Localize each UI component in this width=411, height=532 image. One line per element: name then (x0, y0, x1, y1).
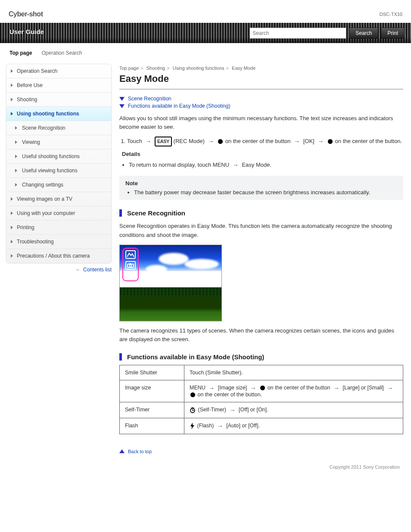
tab-operation-search[interactable]: Operation Search (41, 50, 82, 59)
step-text: [OK] (303, 138, 314, 144)
sidebar-item-scene-recognition[interactable]: Scene Recognition (6, 121, 111, 135)
svg-point-1 (130, 264, 132, 267)
sidebar: Operation Search Before Use Shooting Usi… (6, 64, 112, 263)
sidebar-item-viewing-tv[interactable]: Viewing images on a TV (6, 192, 111, 206)
sidebar-item-using-computer[interactable]: Using with your computer (6, 206, 111, 220)
table-row: Smile Shutter Touch (Smile Shutter). (120, 365, 403, 380)
contents-list-link[interactable]: → Contents list (0, 263, 119, 274)
self-timer-icon (190, 407, 196, 413)
txt: [Off] or [On]. (239, 407, 268, 413)
center-button-icon (328, 139, 333, 144)
anchor-label: Scene Recognition (128, 96, 171, 102)
flash-icon (190, 423, 195, 429)
txt: (Flash) (197, 423, 214, 429)
txt: [Large] or [Small] (343, 385, 384, 391)
details-heading: Details (122, 151, 403, 157)
arrow-right-icon: → (145, 137, 151, 146)
func-desc: (Flash) → [Auto] or [Off]. (184, 418, 403, 434)
sidebar-item-troubleshooting[interactable]: Troubleshooting (6, 234, 111, 249)
note-text: The battery power may decrease faster be… (134, 189, 397, 196)
arrow-right-icon: → (229, 407, 235, 414)
back-to-top-link[interactable]: Back to top (119, 449, 403, 454)
txt: MENU (190, 385, 206, 391)
breadcrumb: Top page> Shooting> Using shooting funct… (119, 65, 403, 71)
camera-icon (125, 261, 136, 270)
step-text: Touch (127, 138, 142, 144)
arrow-right-icon: → (318, 137, 324, 146)
section-functions-available: Functions available in Easy Mode (Shooti… (119, 353, 403, 361)
note-box: Note The battery power may decrease fast… (119, 176, 403, 200)
func-desc: (Self-Timer) → [Off] or [On]. (184, 402, 403, 418)
anchor-functions-available[interactable]: Functions available in Easy Mode (Shooti… (119, 103, 403, 109)
detail-text: Easy Mode. (242, 162, 271, 168)
back-to-top-label: Back to top (128, 449, 152, 454)
sidebar-item-printing[interactable]: Printing (6, 220, 111, 234)
sr-paragraph-2: The camera recognizes 11 types of scenes… (119, 327, 403, 344)
sidebar-item-operation-search[interactable]: Operation Search (6, 64, 111, 78)
txt: (Self-Timer) (198, 407, 226, 413)
txt: [Image size] (218, 385, 247, 391)
arrow-right-icon: → (387, 385, 393, 392)
arrow-right-icon: → (209, 385, 215, 392)
tab-top-page[interactable]: Top page (9, 50, 32, 59)
tripod-icon: ⅄ (128, 272, 133, 279)
arrow-right-icon: → (333, 385, 339, 392)
tab-bar: Top page Operation Search (0, 43, 411, 59)
arrow-right-icon: → (233, 161, 239, 170)
detail-text: To return to normal display, touch MENU (129, 162, 229, 168)
main-content: Top page> Shooting> Using shooting funct… (119, 59, 411, 487)
table-row: Image size MENU → [Image size] → on the … (120, 380, 403, 402)
header-strip: User Guide Search Print (0, 23, 411, 43)
sidebar-item-precautions[interactable]: Precautions / About this camera (6, 249, 111, 263)
step-text: on the center of the button. (335, 138, 402, 144)
guide-label: User Guide (9, 28, 44, 35)
func-desc: Touch (Smile Shutter). (184, 365, 403, 380)
arrow-right-icon: → (294, 137, 300, 146)
svg-marker-4 (190, 423, 194, 429)
section-scene-recognition: Scene Recognition (119, 209, 403, 217)
func-name: Self-Timer (120, 402, 184, 418)
contents-list-label: Contents list (83, 267, 112, 273)
search-input[interactable] (249, 28, 346, 39)
sidebar-item-useful-viewing[interactable]: Useful viewing functions (6, 163, 111, 177)
center-button-icon (260, 386, 265, 390)
crumb-top[interactable]: Top page (119, 65, 139, 71)
icon-overlay-panel: ⅄ (122, 248, 139, 281)
crumb-shooting[interactable]: Shooting (146, 65, 165, 71)
triangle-up-icon (119, 449, 125, 453)
search-button[interactable]: Search (349, 28, 378, 39)
model-label: DSC-TX10 (380, 12, 402, 17)
arrow-right-icon: → (250, 385, 256, 392)
sidebar-item-using-shooting-functions[interactable]: Using shooting functions (6, 106, 111, 121)
easy-mode-icon: EASY (155, 137, 172, 146)
page-title: Easy Mode (119, 73, 403, 84)
sidebar-item-before-use[interactable]: Before Use (6, 78, 111, 92)
anchor-scene-recognition[interactable]: Scene Recognition (119, 96, 403, 102)
sr-paragraph-1: Scene Recognition operates in Easy Mode.… (119, 222, 403, 239)
intro-text: Allows you to shoot still images using t… (119, 114, 403, 131)
step-text: on the center of the button (225, 138, 291, 144)
landscape-icon (125, 250, 136, 259)
crumb-current: Easy Mode (232, 65, 255, 71)
print-button[interactable]: Print (381, 28, 405, 39)
sidebar-item-shooting[interactable]: Shooting (6, 92, 111, 106)
txt: on the center of the button (268, 385, 330, 391)
crumb-functions[interactable]: Using shooting functions (173, 65, 224, 71)
top-bar: Cyber-shot DSC-TX10 (0, 0, 411, 23)
step-1: Touch → EASY (REC Mode) → on the center … (127, 137, 403, 146)
sidebar-item-viewing[interactable]: Viewing (6, 135, 111, 149)
sidebar-item-useful-shooting[interactable]: Useful shooting functions (6, 149, 111, 163)
brand-logo: Cyber-shot (9, 10, 43, 18)
table-row: Self-Timer (Self-Timer) → [Off] or [On]. (120, 402, 403, 418)
func-name: Smile Shutter (120, 365, 184, 380)
details-list: To return to normal display, touch MENU … (119, 161, 403, 170)
arrow-right-icon: → (208, 137, 214, 146)
svg-rect-2 (129, 263, 131, 264)
note-label: Note (125, 180, 397, 187)
triangle-down-icon (119, 97, 125, 101)
copyright-text: Copyright 2011 Sony Corporation (119, 464, 403, 470)
arrow-right-icon: → (217, 423, 223, 429)
sidebar-item-changing-settings[interactable]: Changing settings (6, 177, 111, 192)
anchor-label: Functions available in Easy Mode (Shooti… (128, 103, 230, 109)
txt: on the center of the button. (197, 392, 262, 398)
